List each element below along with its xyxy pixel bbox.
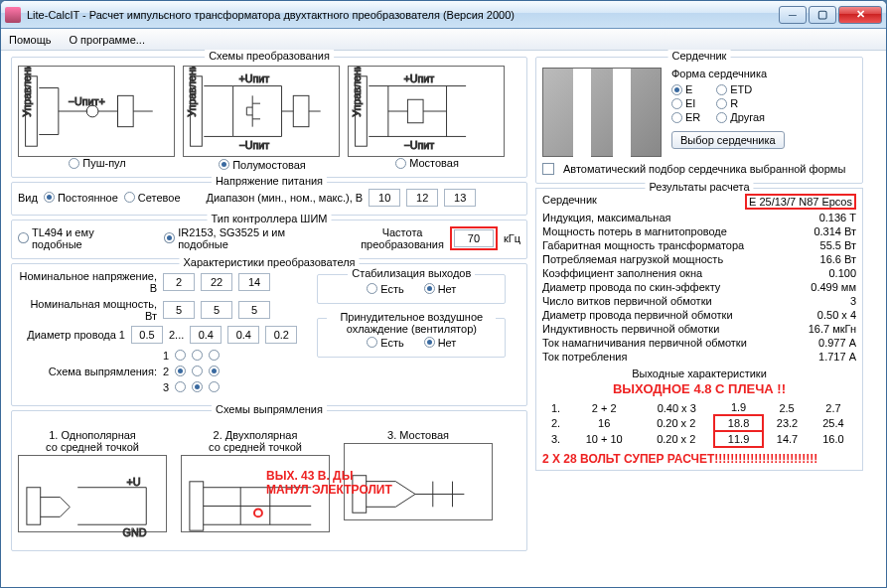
conv-group: Характеристики преобразователя Номинальн… [11, 263, 527, 406]
core-group: Сердечник Форма сердечника E EI ER [535, 57, 863, 184]
app-window: Lite-CalcIT - Расчет импульсного трансфо… [0, 0, 887, 588]
v2-input[interactable] [201, 273, 232, 291]
rs-3c[interactable] [209, 381, 220, 392]
cool-no[interactable]: Нет [424, 337, 457, 349]
d3-input[interactable] [265, 326, 297, 344]
rectScheme-label: Схема выпрямления: [18, 366, 157, 377]
svg-rect-20 [353, 475, 367, 512]
rect-group: Схемы выпрямления 1. Однополярная со сре… [11, 410, 527, 551]
results-title: Результаты расчета [645, 181, 753, 193]
svg-text:−Uпит: −Uпит [404, 139, 435, 151]
result-row: Диаметр провода первичной обмотки0.50 x … [542, 308, 856, 322]
res-core-value: E 25/13/7 N87 Epcos [745, 194, 856, 210]
result-row: Габаритная мощность трансформатора55.5 В… [542, 238, 856, 252]
cool-group: Принудительное воздушное охлаждение (вен… [317, 318, 506, 358]
vmin-input[interactable] [369, 189, 400, 207]
svg-text:−Uпит+: −Uпит+ [69, 95, 105, 107]
result-row: Ток потребления1.717 А [542, 350, 856, 364]
svg-text:+Uпит: +Uпит [239, 73, 270, 84]
rs-3b[interactable] [192, 381, 203, 392]
result-row: Индуктивность первичной обмотки16.7 мкГн [542, 322, 856, 336]
rs-3a[interactable] [175, 381, 186, 392]
rect3-label: 3. Мостовая [387, 429, 449, 441]
vnom-input[interactable] [406, 189, 438, 207]
p1-input[interactable] [163, 301, 195, 319]
cool-yes[interactable]: Есть [367, 337, 403, 349]
menubar: Помощь О программе... [1, 29, 886, 51]
menu-help[interactable]: Помощь [9, 34, 52, 46]
rs-1c[interactable] [209, 350, 220, 361]
shape-ER[interactable]: ER [671, 111, 700, 123]
svg-text:GND: GND [123, 526, 147, 538]
circuit-fullbridge: Управление +Uпит−Uпит [348, 66, 505, 157]
result-row: Индукция, максимальная0.136 Т [542, 211, 856, 224]
vmax-input[interactable] [444, 189, 476, 207]
rs-1a[interactable] [175, 350, 186, 361]
rs-1b[interactable] [192, 350, 203, 361]
conv-title: Характеристики преобразователя [179, 256, 359, 268]
d2-input[interactable] [227, 326, 259, 344]
radio-ac[interactable]: Сетевое [124, 192, 181, 204]
svg-rect-12 [407, 99, 423, 122]
core-image [542, 68, 662, 157]
stab-group: Стабилизация выходов Есть Нет [317, 274, 506, 304]
close-button[interactable]: ✕ [838, 6, 882, 24]
maximize-button[interactable]: ▢ [809, 6, 836, 24]
supply-range-label: Диапазон (мин., ном., макс.), В [207, 192, 364, 204]
svg-text:Управление: Управление [351, 67, 363, 117]
radio-fullbridge[interactable]: Мостовая [395, 157, 459, 169]
svg-rect-15 [27, 487, 41, 523]
auto-core-checkbox[interactable] [542, 163, 554, 175]
rect-title: Схемы выпрямления [212, 403, 327, 415]
result-row: Коэффициент заполнения окна0.100 [542, 266, 856, 280]
svg-text:Управление: Управление [186, 67, 198, 117]
supply-group: Напряжение питания Вид Постоянное Сетево… [11, 182, 527, 216]
radio-pushpull[interactable]: Пуш-пул [69, 157, 126, 169]
radio-halfbridge[interactable]: Полумостовая [219, 159, 306, 171]
svg-rect-7 [293, 95, 309, 126]
res-core-label: Сердечник [542, 194, 597, 210]
radio-tl494[interactable]: TL494 и ему подобные [18, 226, 146, 250]
rs-2c[interactable] [209, 366, 220, 376]
svg-text:+Uпит: +Uпит [404, 73, 435, 84]
v3-input[interactable] [238, 273, 270, 291]
circuit-pushpull: Управление −Uпит+ [18, 66, 175, 157]
v1-input[interactable] [163, 273, 195, 291]
svg-text:+U: +U [127, 475, 141, 487]
radio-dc[interactable]: Постоянное [44, 192, 118, 204]
rs-2b[interactable] [192, 366, 203, 376]
shape-R[interactable]: R [716, 97, 765, 109]
shape-EI[interactable]: EI [671, 97, 700, 109]
circuit-halfbridge: Управление +Uпит−Uпит [183, 66, 340, 157]
freq-unit: кГц [504, 232, 520, 244]
rect1-circuit: +UGND [18, 455, 167, 532]
rs-2a[interactable] [175, 366, 186, 376]
schemes-title: Схемы преобразования [205, 50, 334, 62]
stab-title: Стабилизация выходов [348, 267, 475, 279]
choose-core-button[interactable]: Выбор сердечника [671, 131, 785, 149]
stab-yes[interactable]: Есть [367, 283, 403, 295]
p3-input[interactable] [238, 301, 270, 319]
stab-no[interactable]: Нет [424, 283, 457, 295]
radio-ir2153[interactable]: IR2153, SG3525 и им подобные [164, 226, 337, 250]
nomV-label: Номинальное напряжение, В [18, 270, 157, 294]
shape-Other[interactable]: Другая [716, 111, 765, 123]
d1-input[interactable] [190, 326, 222, 344]
shape-E[interactable]: E [671, 83, 700, 95]
minimize-button[interactable]: ─ [779, 6, 807, 24]
pwm-title: Тип контроллера ШИМ [208, 213, 332, 224]
out-row: 1.2 + 20.40 x 31.92.52.7 [542, 400, 856, 415]
freq-input[interactable] [454, 229, 494, 247]
menu-about[interactable]: О программе... [70, 34, 145, 46]
d0-input[interactable] [131, 326, 163, 344]
result-row: Мощность потерь в магнитопроводе0.314 Вт [542, 224, 856, 238]
nomP-label: Номинальная мощность, Вт [18, 298, 157, 322]
result-row: Диаметр провода по скин-эффекту0.499 мм [542, 280, 856, 294]
freq-label: Частота преобразования [361, 226, 444, 250]
schemes-group: Схемы преобразования Управление −Uпит+ П… [11, 57, 527, 178]
rect3-circuit [344, 443, 493, 520]
svg-text:Управление: Управление [21, 67, 33, 117]
p2-input[interactable] [201, 301, 232, 319]
rect1-label: 1. Однополярная со средней точкой [46, 429, 139, 453]
shape-ETD[interactable]: ETD [716, 83, 765, 95]
